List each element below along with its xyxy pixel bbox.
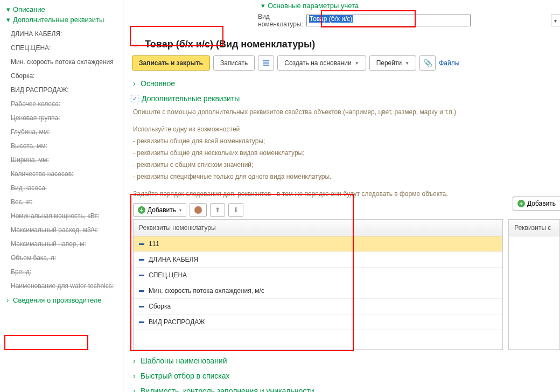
list-icon-button[interactable]: [258, 55, 274, 71]
prop-row: ДЛИНА КАБЕЛЯ:: [11, 30, 123, 38]
section-bystryj[interactable]: › Быстрый отбор в списках: [123, 368, 560, 383]
prop-row: СПЕЦ.ЦЕНА:: [11, 44, 123, 52]
files-link[interactable]: Файлы: [439, 59, 459, 67]
dash-icon: [139, 275, 144, 276]
chevron-right-icon: ›: [133, 387, 141, 392]
prop-row: ВИД РАСПРОДАЖ:: [11, 86, 123, 94]
section-label: Шаблоны наименований: [141, 356, 227, 365]
cell-text: СПЕЦ.ЦЕНА: [149, 271, 187, 279]
prop-row: Ширина, мм:: [11, 156, 123, 164]
vid-label: Вид номенклатуры:: [129, 13, 303, 28]
chevron-down-icon: ▾: [261, 2, 268, 10]
description-text: Опишите с помощью дополнительных реквизи…: [123, 106, 560, 118]
section-label: Дополнительные реквизиты: [13, 16, 104, 24]
page-title: Товар (б/х и/с) (Вид номенклатуры): [145, 39, 315, 50]
prop-row: Вид насоса:: [11, 184, 123, 192]
minus-icon: [194, 206, 202, 214]
prop-row: Глубина, мм:: [11, 128, 123, 136]
table-row-empty: [134, 330, 502, 346]
dash-icon: [139, 259, 144, 261]
description-bullet: - реквизиты общие для всей номенклатуры;: [123, 135, 560, 147]
move-up-button[interactable]: ⬆: [210, 203, 225, 217]
attach-button[interactable]: 📎: [419, 55, 436, 71]
create-based-button[interactable]: Создать на основании ▼: [277, 55, 366, 71]
table-header: Реквизиты номенклатуры: [134, 220, 502, 236]
left-sidebar: ▾ Описание ▾ Дополнительные реквизиты ДЛ…: [0, 0, 123, 392]
table-body-empty: [509, 236, 559, 349]
checkbox-icon[interactable]: ✓: [131, 95, 138, 102]
table-header: Реквизиты с: [509, 220, 559, 236]
prop-row: Сборка:: [11, 72, 123, 80]
plus-icon: +: [138, 206, 145, 214]
description-bullet: - реквизиты специфичные только для одног…: [123, 171, 560, 183]
description-text: Задайте порядок следования доп. реквизит…: [123, 188, 560, 200]
chevron-right-icon: ›: [133, 79, 141, 88]
section-shablony[interactable]: › Шаблоны наименований: [123, 353, 560, 368]
prop-row: Максимальный расход, м3/ч:: [11, 226, 123, 234]
section-vidimost[interactable]: › Видимость, контроль заполнения и уника…: [123, 383, 560, 392]
description-text: Используйте одну из возможностей: [123, 123, 560, 135]
goto-button[interactable]: Перейти ▼: [369, 55, 416, 71]
vid-value-selected: Товар (б/х и/с): [309, 15, 353, 23]
dash-icon: [139, 306, 144, 307]
section-label: Быстрый отбор в списках: [141, 372, 230, 380]
rekvizity-table: Реквизиты номенклатуры 111 ДЛИНА КАБЕЛЯ …: [133, 219, 503, 350]
chevron-right-icon: ›: [6, 296, 13, 304]
prop-row: Ценовая группа:: [11, 114, 123, 122]
remove-button[interactable]: [190, 203, 207, 217]
prop-row: Бренд:: [11, 268, 123, 276]
table-row[interactable]: ВИД РАСПРОДАЖ: [134, 314, 502, 330]
section-opisanie[interactable]: ▾ Описание: [6, 5, 123, 13]
section-label: Сведения о производителе: [13, 296, 102, 304]
add-button-right[interactable]: + Добавить: [513, 197, 560, 211]
table-row[interactable]: ДЛИНА КАБЕЛЯ: [134, 252, 502, 268]
table-row[interactable]: Мин. скорость потока охлаждения, м/с: [134, 283, 502, 299]
prop-row: Высота, мм:: [11, 142, 123, 150]
section-osnovnye[interactable]: Основные параметры учета: [268, 2, 359, 10]
table-row[interactable]: Сборка: [134, 299, 502, 314]
section-label: Дополнительные реквизиты: [142, 94, 240, 103]
move-down-button[interactable]: ⬇: [228, 203, 243, 217]
favorite-star-icon[interactable]: ☆: [132, 40, 142, 50]
prop-row: Максимальный напор, м:: [11, 240, 123, 248]
prop-row: Количество насосов:: [11, 170, 123, 178]
button-label: Перейти: [376, 59, 402, 67]
dash-icon: [139, 243, 144, 245]
save-button[interactable]: Записать: [213, 55, 255, 71]
section-dop-rekvizity-main[interactable]: ✓ Дополнительные реквизиты: [123, 91, 560, 106]
section-label: Описание: [13, 5, 45, 13]
list-icon: [263, 60, 269, 66]
save-close-button[interactable]: Записать и закрыть: [132, 55, 210, 71]
chevron-down-icon: ▼: [355, 61, 359, 66]
cell-text: Мин. скорость потока охлаждения, м/с: [149, 287, 264, 295]
button-label: Создать на основании: [284, 59, 352, 67]
chevron-down-icon: ▾: [6, 16, 13, 24]
prop-row: Наименование для water-technics:: [11, 282, 123, 290]
cell-text: 111: [149, 240, 159, 248]
chevron-down-icon: ▾: [6, 5, 13, 13]
section-osnovnoe[interactable]: › Основное: [123, 76, 560, 91]
button-label: Добавить: [527, 200, 556, 207]
prop-row: Рабочее колесо:: [11, 100, 123, 108]
dropdown-button[interactable]: ▾: [551, 15, 560, 26]
add-button[interactable]: + Добавить ▾: [133, 203, 186, 217]
button-label: Добавить: [148, 206, 176, 214]
title-row: ☆ Товар (б/х и/с) (Вид номенклатуры): [123, 31, 560, 55]
main-toolbar: Записать и закрыть Записать Создать на о…: [123, 55, 560, 76]
vid-nomenklatury-row: Вид номенклатуры: Товар (б/х и/с) ▾ ▫: [123, 10, 560, 31]
section-dop-rekvizity[interactable]: ▾ Дополнительные реквизиты: [6, 16, 123, 24]
table-toolbar-left: + Добавить ▾ ⬆ ⬇: [123, 200, 560, 217]
chevron-right-icon: ›: [133, 372, 141, 380]
top-section-row: ▾ Основные параметры учета: [123, 0, 560, 10]
chevron-down-icon: ▼: [405, 61, 409, 66]
chevron-right-icon: ›: [133, 356, 141, 365]
table-row[interactable]: СПЕЦ.ЦЕНА: [134, 268, 502, 283]
paperclip-icon: 📎: [423, 59, 432, 67]
section-svedeniya[interactable]: › Сведения о производителе: [6, 296, 123, 304]
rekvizity-table-right: Реквизиты с: [508, 219, 560, 350]
vid-nomenklatury-input[interactable]: Товар (б/х и/с): [306, 15, 471, 26]
description-bullet: - реквизиты общие для нескольких видов н…: [123, 147, 560, 159]
cell-text: Сборка: [149, 303, 171, 310]
dash-icon: [139, 290, 144, 292]
table-row[interactable]: 111: [134, 236, 502, 252]
